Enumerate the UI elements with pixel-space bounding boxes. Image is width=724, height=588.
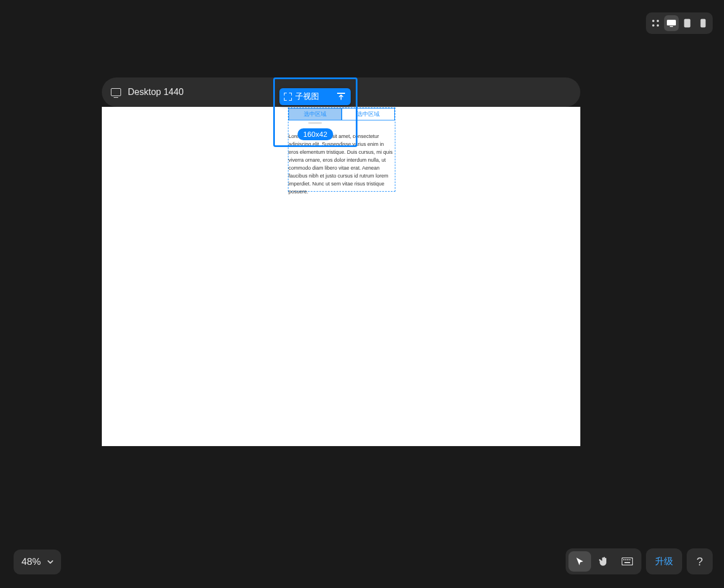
upgrade-button[interactable]: 升级 — [646, 548, 682, 574]
svg-rect-13 — [624, 562, 630, 563]
canvas-tools — [566, 548, 641, 574]
svg-point-0 — [652, 20, 654, 22]
tab-inactive[interactable]: 选中区域 — [342, 108, 395, 120]
pointer-tool[interactable] — [568, 551, 591, 572]
selected-element-chip[interactable]: 子视图 — [279, 88, 351, 105]
selected-element-name: 子视图 — [295, 92, 319, 102]
device-tablet-button[interactable] — [680, 15, 695, 31]
keyboard-tool[interactable] — [616, 551, 639, 572]
scan-icon — [284, 93, 292, 101]
device-switcher — [646, 12, 713, 34]
desktop-icon — [111, 88, 121, 96]
zoom-control[interactable]: 48% — [14, 550, 61, 574]
svg-rect-9 — [623, 559, 624, 560]
chevron-down-icon — [46, 558, 54, 566]
device-desktop-button[interactable] — [664, 15, 679, 31]
help-label: ? — [696, 555, 703, 568]
svg-rect-12 — [630, 559, 631, 560]
upgrade-label: 升级 — [655, 556, 673, 568]
tabs-row: 选中区域 选中区域 — [288, 108, 395, 120]
device-phone-button[interactable] — [696, 15, 710, 31]
svg-rect-5 — [670, 26, 673, 27]
svg-point-2 — [652, 24, 654, 27]
bottom-toolbar-group: 升级 ? — [566, 548, 713, 574]
svg-rect-7 — [701, 19, 706, 28]
tab-underline — [308, 122, 322, 124]
svg-rect-11 — [627, 559, 628, 560]
design-canvas[interactable]: 选中区域 选中区域 Lorem ipsum dolor sit amet, co… — [102, 107, 580, 446]
breakpoint-label: Desktop 1440 — [128, 87, 184, 97]
svg-point-3 — [657, 24, 659, 27]
svg-rect-6 — [684, 19, 691, 28]
svg-rect-10 — [626, 559, 627, 560]
device-grid-button[interactable] — [648, 15, 663, 31]
tab-active-label: 选中区域 — [304, 110, 326, 118]
hand-tool[interactable] — [592, 551, 615, 572]
lorem-paragraph: Lorem ipsum dolor sit amet, consectetur … — [288, 132, 395, 196]
help-button[interactable]: ? — [687, 548, 713, 574]
tab-inactive-label: 选中区域 — [357, 110, 380, 118]
selection-size-badge: 160x42 — [298, 128, 333, 140]
svg-point-1 — [657, 20, 659, 22]
tabs-component: 选中区域 选中区域 — [288, 108, 395, 124]
zoom-value: 48% — [21, 556, 41, 568]
svg-rect-4 — [667, 20, 676, 25]
svg-rect-8 — [622, 558, 633, 565]
tab-active[interactable]: 选中区域 — [288, 108, 342, 120]
select-parent-icon[interactable] — [337, 93, 345, 101]
